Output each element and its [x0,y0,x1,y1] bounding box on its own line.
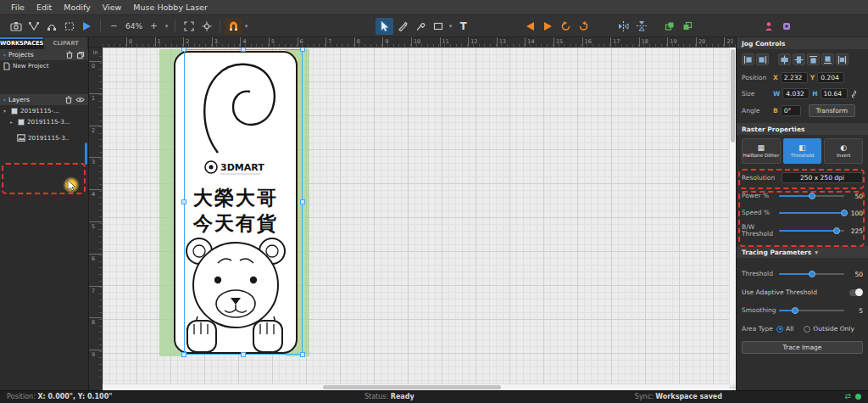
size-w-field[interactable]: 4.032 [782,88,810,99]
area-type-outside-radio[interactable] [804,326,810,333]
position-x-field[interactable]: 2.232 [781,72,808,83]
trace-threshold-slider[interactable] [779,270,844,278]
selection-handle-w[interactable] [181,199,186,204]
send-backward-button[interactable] [678,18,696,35]
flip-vertical-button[interactable] [632,18,650,35]
text-tool-button[interactable]: T [454,18,472,35]
invert-button[interactable]: ◐ Invert [824,138,863,164]
layer-row-image[interactable]: 20191115-3.. [0,132,88,143]
power-slider[interactable] [779,192,844,200]
tab-clipart[interactable]: CLIPART [44,37,88,49]
align-bottom-button[interactable] [821,53,834,65]
zoom-dropdown-chevron-icon[interactable]: ▾ [163,23,170,30]
size-h-field[interactable]: 10.64 [821,88,848,99]
align-center-h-button[interactable] [778,53,791,65]
scrollbar-thumb[interactable] [323,385,501,389]
zoom-in-button[interactable]: + [145,18,163,35]
duplicate-project-icon[interactable] [76,51,85,59]
laser-head-button[interactable] [760,18,777,35]
layers-chevron-icon[interactable]: ▾ [3,97,6,103]
align-top-button[interactable] [807,53,820,65]
layers-scrollbar-thumb[interactable] [85,143,87,165]
adaptive-threshold-toggle[interactable] [849,289,863,296]
selection-handle-n[interactable] [241,48,246,52]
layers-title: Layers [8,96,30,104]
selection-handle-ne[interactable] [300,48,305,52]
selection-handle-s[interactable] [241,352,246,357]
canvas-horizontal-scrollbar[interactable] [103,383,729,390]
marquee-select-button[interactable] [60,18,78,35]
workspace-canvas[interactable]: 3DMART 大榮大哥 今天有貨 [103,48,736,390]
menu-item[interactable]: Modify [58,3,96,12]
layer-row-group[interactable]: ▾ 20191115-... [0,105,88,116]
projects-chevron-icon[interactable]: ▾ [3,52,6,58]
align-right-button[interactable] [756,53,769,65]
power-slider-knob[interactable] [809,193,815,199]
delete-layer-icon[interactable] [64,95,73,104]
eyedropper-tool-button[interactable] [411,18,429,35]
device-settings-button[interactable] [777,18,795,35]
layer-visibility-icon[interactable] [75,96,85,104]
rotate-cw-button[interactable] [575,18,593,35]
bw-threshold-slider[interactable] [779,227,844,235]
bring-forward-button[interactable] [660,18,678,35]
vector-trace-button[interactable] [25,18,42,35]
smoothing-slider-knob[interactable] [792,307,798,314]
trace-threshold-slider-knob[interactable] [809,271,815,277]
trace-image-button[interactable]: Trace Image [742,341,863,354]
snap-magnet-button[interactable] [225,18,242,35]
resolution-value[interactable]: 250 x 250 dpi [782,172,863,183]
bw-threshold-slider-knob[interactable] [833,227,840,234]
selection-handle-se[interactable] [300,352,305,357]
speed-slider[interactable] [779,209,844,217]
align-left-edge-button[interactable] [521,18,539,35]
run-job-button[interactable] [78,18,96,35]
scrollbar-thumb[interactable] [731,49,735,143]
align-middle-v-button[interactable] [793,53,805,65]
distribute-button[interactable] [836,53,849,65]
menu-item[interactable]: File [5,3,31,12]
align-left-button[interactable] [742,53,754,65]
position-y-field[interactable]: 0.204 [817,72,844,83]
tracing-chevron-icon[interactable]: ▾ [815,249,818,256]
selection-bounding-box[interactable] [184,49,303,355]
select-tool-button[interactable] [376,18,393,35]
pen-tool-button[interactable] [393,18,411,35]
transform-button[interactable]: Transform [809,104,855,117]
selection-handle-sw[interactable] [181,352,186,357]
toggle-knob[interactable] [855,288,863,296]
camera-capture-button[interactable] [7,18,25,35]
smoothing-slider[interactable] [779,306,844,315]
delete-project-icon[interactable] [65,50,74,59]
angle-field[interactable]: 0° [781,105,801,116]
menu-item[interactable]: Edit [31,3,58,12]
shape-dropdown-chevron-icon[interactable]: ▾ [447,23,454,30]
selection-handle-nw[interactable] [181,48,186,52]
center-view-button[interactable] [198,18,215,35]
magnet-dropdown-chevron-icon[interactable]: ▾ [242,23,250,30]
selection-handle-e[interactable] [300,199,305,204]
project-item[interactable]: New Project [0,60,88,71]
node-edit-button[interactable] [42,18,60,35]
menu-item[interactable]: View [97,3,128,12]
zoom-out-button[interactable]: − [105,18,123,35]
lock-aspect-link-icon[interactable] [850,90,858,98]
tracing-parameters-header[interactable]: Tracing Parameters ▾ [737,246,868,258]
flip-horizontal-button[interactable] [615,18,632,35]
tab-workspaces[interactable]: WORKSPACES [0,37,44,49]
collapse-caret-icon[interactable]: ▸ [10,119,15,125]
area-type-all-radio[interactable] [776,326,783,333]
expand-caret-icon[interactable]: ▾ [3,108,8,114]
zoom-level[interactable]: 64% [123,22,145,31]
align-right-edge-button[interactable] [539,18,557,35]
fit-to-screen-button[interactable] [180,18,198,35]
speed-slider-knob[interactable] [841,210,848,216]
halftone-dither-button[interactable]: ▦ Halftone Dither [742,138,781,164]
design-artwork[interactable]: 3DMART 大榮大哥 今天有貨 [157,49,309,356]
rotate-ccw-button[interactable] [557,18,575,35]
canvas-vertical-scrollbar[interactable] [729,48,736,383]
layer-row-child[interactable]: ▸ 20191115-3... [0,116,88,127]
threshold-mode-button[interactable]: ◧ Threshold [783,138,822,164]
menu-item[interactable]: Muse Hobby Laser [127,3,214,12]
shape-tool-button[interactable] [429,18,447,35]
